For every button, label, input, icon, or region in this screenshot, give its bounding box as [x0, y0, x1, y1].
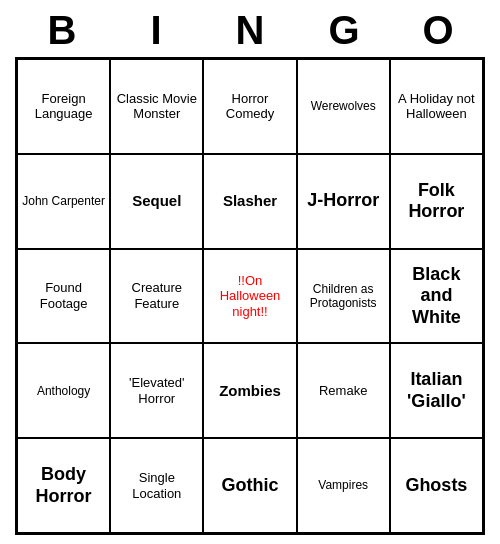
bingo-cell[interactable]: John Carpenter: [17, 154, 110, 249]
bingo-cell[interactable]: Foreign Language: [17, 59, 110, 154]
bingo-grid: Foreign LanguageClassic Movie MonsterHor…: [15, 57, 485, 535]
bingo-cell[interactable]: Body Horror: [17, 438, 110, 533]
bingo-letter: G: [300, 8, 388, 53]
bingo-cell[interactable]: Anthology: [17, 343, 110, 438]
bingo-letter: O: [394, 8, 482, 53]
bingo-letter: N: [206, 8, 294, 53]
bingo-cell[interactable]: 'Elevated' Horror: [110, 343, 203, 438]
bingo-cell[interactable]: Vampires: [297, 438, 390, 533]
bingo-letter: B: [18, 8, 106, 53]
bingo-cell[interactable]: J-Horror: [297, 154, 390, 249]
bingo-cell[interactable]: !!On Halloween night!!: [203, 249, 296, 344]
bingo-cell[interactable]: A Holiday not Halloween: [390, 59, 483, 154]
bingo-cell[interactable]: Found Footage: [17, 249, 110, 344]
bingo-cell[interactable]: Classic Movie Monster: [110, 59, 203, 154]
bingo-cell[interactable]: Single Location: [110, 438, 203, 533]
bingo-cell[interactable]: Italian 'Giallo': [390, 343, 483, 438]
bingo-letter: I: [112, 8, 200, 53]
bingo-cell[interactable]: Horror Comedy: [203, 59, 296, 154]
bingo-cell[interactable]: Sequel: [110, 154, 203, 249]
bingo-cell[interactable]: Children as Protagonists: [297, 249, 390, 344]
bingo-cell[interactable]: Zombies: [203, 343, 296, 438]
bingo-cell[interactable]: Slasher: [203, 154, 296, 249]
bingo-cell[interactable]: Ghosts: [390, 438, 483, 533]
bingo-cell[interactable]: Gothic: [203, 438, 296, 533]
bingo-cell[interactable]: Werewolves: [297, 59, 390, 154]
bingo-cell[interactable]: Folk Horror: [390, 154, 483, 249]
bingo-cell[interactable]: Creature Feature: [110, 249, 203, 344]
bingo-header: BINGO: [15, 0, 485, 57]
bingo-cell[interactable]: Black and White: [390, 249, 483, 344]
bingo-cell[interactable]: Remake: [297, 343, 390, 438]
